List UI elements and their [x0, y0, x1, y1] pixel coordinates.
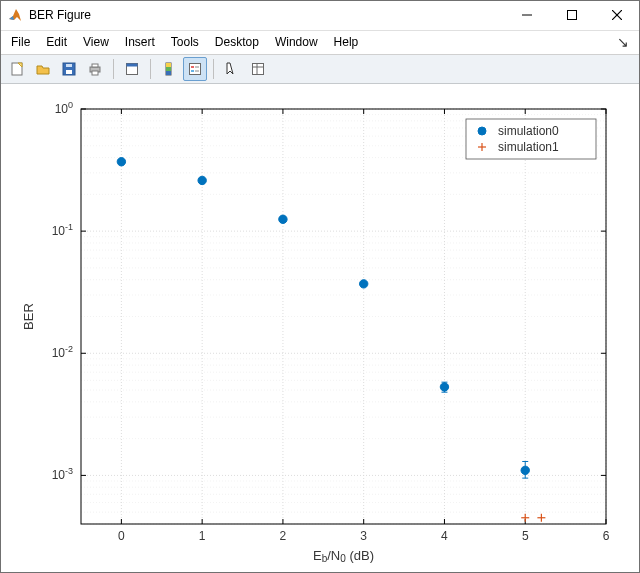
print-icon[interactable]: [83, 57, 107, 81]
data-point-sim0: [521, 466, 529, 474]
y-tick-label: 100: [55, 100, 73, 116]
axes[interactable]: 012345610010-110-210-3BEREb/N0 (dB)simul…: [11, 94, 629, 570]
save-icon[interactable]: [57, 57, 81, 81]
plot-area[interactable]: 012345610010-110-210-3BEREb/N0 (dB)simul…: [1, 84, 639, 572]
svg-rect-10: [66, 64, 72, 67]
link-plot-icon[interactable]: [120, 57, 144, 81]
insert-colorbar-icon[interactable]: [157, 57, 181, 81]
toolbar-separator: [150, 59, 151, 79]
edit-plot-icon[interactable]: [220, 57, 244, 81]
menubar: File Edit View Insert Tools Desktop Wind…: [1, 31, 639, 55]
y-axis-label: BER: [21, 303, 36, 330]
window-title: BER Figure: [29, 8, 504, 22]
x-tick-label: 3: [360, 529, 367, 543]
menu-tools[interactable]: Tools: [163, 31, 207, 54]
matlab-icon: [7, 7, 23, 23]
svg-rect-19: [166, 71, 171, 75]
svg-marker-25: [227, 63, 233, 74]
y-tick-label: 10-2: [52, 344, 73, 360]
menu-insert[interactable]: Insert: [117, 31, 163, 54]
legend-label-sim1: simulation1: [498, 140, 559, 154]
y-tick-label: 10-1: [52, 222, 73, 238]
x-tick-label: 5: [522, 529, 529, 543]
menu-file[interactable]: File: [3, 31, 38, 54]
x-tick-label: 2: [280, 529, 287, 543]
data-point-sim0: [198, 176, 206, 184]
svg-rect-26: [253, 63, 264, 74]
insert-legend-icon[interactable]: [183, 57, 207, 81]
titlebar: BER Figure: [1, 1, 639, 31]
svg-rect-12: [92, 64, 98, 67]
y-tick-label: 10-3: [52, 466, 73, 482]
data-point-sim0: [117, 158, 125, 166]
legend-marker-sim0: [478, 127, 486, 135]
menu-view[interactable]: View: [75, 31, 117, 54]
data-point-sim0: [279, 215, 287, 223]
toolbar: [1, 55, 639, 84]
legend-label-sim0: simulation0: [498, 124, 559, 138]
svg-rect-9: [66, 70, 72, 74]
x-tick-label: 1: [199, 529, 206, 543]
close-button[interactable]: [594, 1, 639, 30]
menubar-corner-icon[interactable]: ↘: [609, 34, 637, 50]
svg-rect-13: [92, 71, 98, 75]
menu-window[interactable]: Window: [267, 31, 326, 54]
svg-rect-18: [166, 67, 171, 71]
new-figure-icon[interactable]: [5, 57, 29, 81]
window-controls: [504, 1, 639, 30]
x-tick-label: 0: [118, 529, 125, 543]
toolbar-separator: [113, 59, 114, 79]
property-editor-icon[interactable]: [246, 57, 270, 81]
minimize-button[interactable]: [504, 1, 549, 30]
data-point-sim0: [359, 280, 367, 288]
svg-rect-17: [166, 63, 171, 67]
menu-edit[interactable]: Edit: [38, 31, 75, 54]
x-axis-label: Eb/N0 (dB): [313, 548, 374, 564]
x-tick-label: 4: [441, 529, 448, 543]
menu-help[interactable]: Help: [326, 31, 367, 54]
figure-window: BER Figure File Edit View Insert Tools D…: [0, 0, 640, 573]
svg-rect-15: [127, 63, 138, 66]
svg-rect-20: [190, 63, 201, 74]
toolbar-separator: [213, 59, 214, 79]
x-tick-label: 6: [603, 529, 610, 543]
svg-rect-3: [567, 11, 576, 20]
data-point-sim0: [440, 383, 448, 391]
maximize-button[interactable]: [549, 1, 594, 30]
open-icon[interactable]: [31, 57, 55, 81]
menu-desktop[interactable]: Desktop: [207, 31, 267, 54]
